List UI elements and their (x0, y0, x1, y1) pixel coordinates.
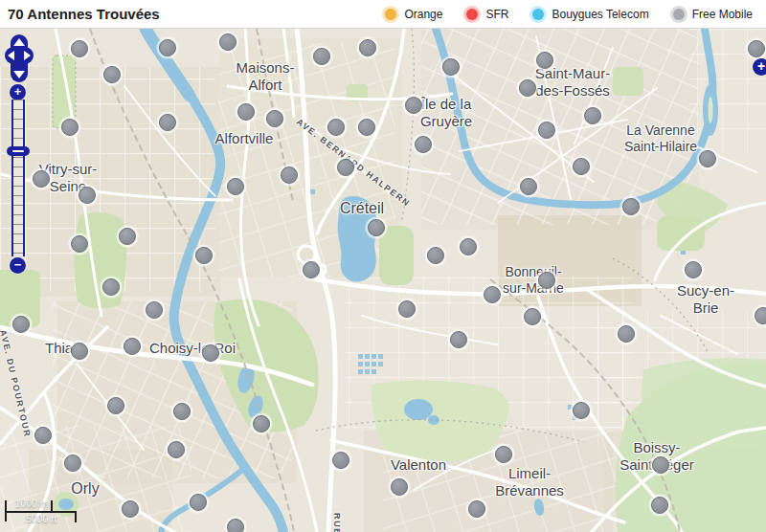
antenna-marker[interactable] (33, 170, 50, 188)
pan-control (5, 34, 34, 82)
antenna-marker[interactable] (107, 397, 124, 414)
zoom-slider-handle[interactable] (7, 146, 30, 156)
antenna-marker[interactable] (202, 344, 219, 362)
antenna-marker[interactable] (122, 500, 139, 518)
antenna-marker[interactable] (303, 261, 320, 278)
antenna-marker[interactable] (337, 159, 354, 176)
antenna-marker[interactable] (484, 286, 501, 303)
antenna-marker[interactable] (103, 66, 121, 83)
legend-label: Free Mobile (692, 8, 753, 21)
antenna-marker[interactable] (313, 48, 330, 65)
antenna-marker[interactable] (536, 52, 553, 69)
antenna-marker[interactable] (253, 415, 270, 432)
antenna-marker[interactable] (266, 110, 283, 127)
antenna-marker[interactable] (495, 446, 512, 463)
results-count-title: 70 Antennes Trouvées (8, 6, 160, 22)
map-viewport[interactable]: AVE. BERNARD HALPERNAVE. DU POURTOURRUE … (0, 29, 766, 532)
antenna-marker[interactable] (173, 403, 191, 420)
legend-label: Orange (404, 8, 442, 21)
antenna-marker[interactable] (64, 454, 81, 472)
legend-dot-sfr (466, 9, 478, 20)
legend-label: Bouygues Telecom (552, 8, 648, 21)
legend-dot-orange (385, 9, 396, 20)
antenna-marker[interactable] (219, 33, 237, 51)
antenna-marker[interactable] (159, 114, 176, 131)
antenna-marker[interactable] (460, 238, 477, 255)
antenna-marker[interactable] (159, 39, 176, 56)
antenna-marker[interactable] (622, 198, 640, 215)
antenna-marker[interactable] (359, 39, 376, 56)
antenna-marker[interactable] (651, 497, 668, 514)
antenna-marker[interactable] (748, 40, 765, 57)
antenna-marker[interactable] (442, 58, 460, 76)
antenna-marker[interactable] (450, 331, 467, 348)
antenna-marker[interactable] (61, 119, 79, 136)
antenna-marker[interactable] (190, 494, 207, 511)
antenna-marker[interactable] (227, 519, 244, 532)
zoom-in-button[interactable]: + (10, 84, 26, 100)
antenna-marker[interactable] (119, 228, 136, 245)
antenna-marker[interactable] (618, 325, 635, 343)
antenna-marker[interactable] (427, 247, 444, 264)
antenna-marker[interactable] (146, 301, 163, 319)
legend-item-orange: Orange (382, 8, 442, 21)
scale-tick (51, 500, 53, 513)
antenna-marker[interactable] (71, 40, 88, 57)
provider-legend: OrangeSFRBouygues TelecomFree Mobile (382, 8, 753, 21)
antenna-marker[interactable] (195, 247, 213, 264)
scale-metric-label: 1000 m (11, 498, 53, 509)
antenna-marker[interactable] (520, 178, 537, 195)
antenna-marker[interactable] (685, 261, 702, 278)
antenna-marker[interactable] (755, 307, 766, 324)
antenna-marker[interactable] (237, 103, 255, 121)
antenna-marker[interactable] (524, 308, 541, 325)
expand-button[interactable]: + (753, 58, 766, 76)
antenna-marker[interactable] (538, 122, 555, 139)
antenna-marker[interactable] (584, 107, 601, 124)
scale-imperial-label: 5000 ft (18, 513, 64, 524)
zoom-slider-track[interactable] (11, 100, 25, 256)
antenna-marker[interactable] (405, 97, 422, 114)
antenna-marker[interactable] (391, 478, 408, 496)
antenna-marker[interactable] (71, 235, 88, 253)
header-bar: 70 Antennes Trouvées OrangeSFRBouygues T… (0, 0, 766, 29)
antenna-marker[interactable] (327, 119, 345, 136)
antenna-marker[interactable] (102, 278, 120, 296)
legend-dot-bouygues-telecom (532, 9, 544, 20)
antenna-marker[interactable] (519, 79, 536, 97)
antenna-marker[interactable] (71, 343, 88, 360)
antenna-marker[interactable] (538, 272, 555, 289)
antenna-marker[interactable] (227, 178, 244, 195)
scale-tick (75, 511, 77, 522)
legend-item-sfr: SFR (463, 8, 508, 21)
antenna-marker[interactable] (415, 136, 432, 153)
antenna-marker[interactable] (573, 402, 590, 419)
antenna-marker[interactable] (358, 119, 375, 136)
legend-item-bouygues-telecom: Bouygues Telecom (529, 8, 648, 21)
antenna-marker[interactable] (468, 500, 485, 518)
antenna-marker[interactable] (124, 338, 141, 355)
antenna-marker[interactable] (281, 166, 298, 184)
antenna-marker[interactable] (168, 441, 185, 458)
antenna-marker[interactable] (79, 187, 96, 204)
antenna-marker[interactable] (368, 219, 385, 236)
scale-tick (5, 500, 7, 521)
antenna-marker[interactable] (699, 150, 716, 167)
legend-dot-free-mobile (673, 9, 685, 20)
antenna-marker[interactable] (12, 316, 30, 333)
legend-label: SFR (485, 8, 508, 21)
antenna-marker[interactable] (652, 456, 669, 474)
zoom-out-button[interactable]: − (10, 257, 26, 274)
antenna-marker[interactable] (34, 427, 52, 444)
zoom-slider-handle-slot (12, 150, 24, 152)
scale-bar: 1000 m 5000 ft (5, 498, 81, 526)
legend-item-free-mobile: Free Mobile (670, 8, 753, 21)
antenna-marker[interactable] (573, 158, 590, 175)
antenna-marker[interactable] (398, 300, 416, 318)
antenna-marker[interactable] (332, 452, 349, 469)
